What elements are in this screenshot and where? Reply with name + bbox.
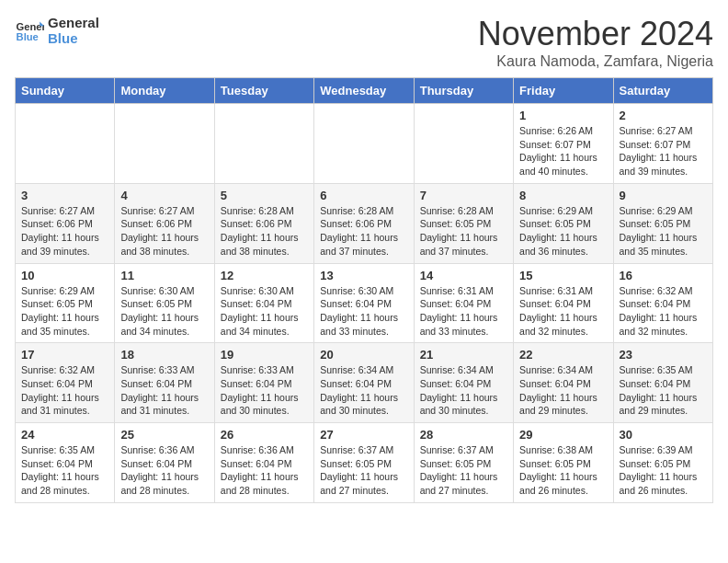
day-number: 8 [519, 189, 607, 202]
day-number: 1 [519, 109, 607, 122]
header-day-friday: Friday [514, 78, 613, 104]
day-info: Sunrise: 6:37 AMSunset: 6:05 PMDaylight:… [420, 443, 507, 498]
calendar-cell: 6Sunrise: 6:28 AMSunset: 6:06 PMDaylight… [314, 183, 414, 263]
day-info: Sunrise: 6:33 AMSunset: 6:04 PMDaylight:… [221, 363, 308, 418]
day-info: Sunrise: 6:27 AMSunset: 6:06 PMDaylight:… [120, 204, 208, 259]
header-row: SundayMondayTuesdayWednesdayThursdayFrid… [16, 78, 713, 104]
day-number: 18 [120, 348, 208, 362]
calendar-cell: 27Sunrise: 6:37 AMSunset: 6:05 PMDayligh… [314, 423, 414, 503]
day-info: Sunrise: 6:39 AMSunset: 6:05 PMDaylight:… [620, 443, 707, 498]
calendar-cell: 21Sunrise: 6:34 AMSunset: 6:04 PMDayligh… [414, 343, 513, 423]
calendar-cell: 14Sunrise: 6:31 AMSunset: 6:04 PMDayligh… [414, 263, 513, 343]
day-number: 10 [21, 269, 108, 282]
logo-general: General [48, 15, 99, 30]
day-number: 15 [519, 269, 607, 282]
calendar-cell: 5Sunrise: 6:28 AMSunset: 6:06 PMDaylight… [214, 183, 313, 263]
calendar-cell: 19Sunrise: 6:33 AMSunset: 6:04 PMDayligh… [214, 343, 313, 423]
day-info: Sunrise: 6:33 AMSunset: 6:04 PMDaylight:… [120, 363, 208, 418]
day-number: 26 [221, 428, 308, 442]
day-info: Sunrise: 6:32 AMSunset: 6:04 PMDaylight:… [620, 284, 707, 339]
day-number: 19 [221, 348, 308, 362]
calendar-cell: 10Sunrise: 6:29 AMSunset: 6:05 PMDayligh… [16, 263, 115, 343]
calendar-cell: 7Sunrise: 6:28 AMSunset: 6:05 PMDaylight… [414, 183, 513, 263]
title-block: November 2024 Kaura Namoda, Zamfara, Nig… [478, 15, 713, 70]
calendar-cell: 18Sunrise: 6:33 AMSunset: 6:04 PMDayligh… [115, 343, 214, 423]
day-info: Sunrise: 6:28 AMSunset: 6:06 PMDaylight:… [221, 204, 308, 259]
day-number: 16 [620, 269, 707, 282]
header-day-monday: Monday [115, 78, 214, 104]
day-number: 27 [320, 428, 407, 442]
calendar-cell: 28Sunrise: 6:37 AMSunset: 6:05 PMDayligh… [414, 423, 513, 503]
day-number: 12 [221, 269, 308, 282]
day-info: Sunrise: 6:35 AMSunset: 6:04 PMDaylight:… [21, 443, 108, 498]
day-number: 6 [320, 189, 407, 202]
calendar-cell: 17Sunrise: 6:32 AMSunset: 6:04 PMDayligh… [16, 343, 115, 423]
day-info: Sunrise: 6:31 AMSunset: 6:04 PMDaylight:… [519, 284, 607, 339]
svg-text:Blue: Blue [17, 31, 39, 42]
day-info: Sunrise: 6:34 AMSunset: 6:04 PMDaylight:… [420, 363, 507, 418]
calendar-cell: 29Sunrise: 6:38 AMSunset: 6:05 PMDayligh… [514, 423, 613, 503]
calendar-cell [16, 104, 115, 184]
day-info: Sunrise: 6:38 AMSunset: 6:05 PMDaylight:… [519, 443, 607, 498]
header-day-thursday: Thursday [414, 78, 513, 104]
calendar-subtitle: Kaura Namoda, Zamfara, Nigeria [478, 53, 713, 70]
day-number: 28 [420, 428, 507, 442]
calendar-cell: 15Sunrise: 6:31 AMSunset: 6:04 PMDayligh… [514, 263, 613, 343]
day-info: Sunrise: 6:37 AMSunset: 6:05 PMDaylight:… [320, 443, 407, 498]
day-info: Sunrise: 6:29 AMSunset: 6:05 PMDaylight:… [620, 204, 707, 259]
week-row-4: 17Sunrise: 6:32 AMSunset: 6:04 PMDayligh… [16, 343, 713, 423]
calendar-cell: 16Sunrise: 6:32 AMSunset: 6:04 PMDayligh… [613, 263, 712, 343]
calendar-cell: 23Sunrise: 6:35 AMSunset: 6:04 PMDayligh… [613, 343, 712, 423]
day-number: 4 [120, 189, 208, 202]
day-number: 3 [21, 189, 108, 202]
day-info: Sunrise: 6:28 AMSunset: 6:05 PMDaylight:… [420, 204, 507, 259]
day-info: Sunrise: 6:31 AMSunset: 6:04 PMDaylight:… [420, 284, 507, 339]
calendar-cell: 2Sunrise: 6:27 AMSunset: 6:07 PMDaylight… [613, 104, 712, 184]
calendar-cell: 22Sunrise: 6:34 AMSunset: 6:04 PMDayligh… [514, 343, 613, 423]
logo-icon: General Blue [15, 16, 44, 45]
calendar-cell: 26Sunrise: 6:36 AMSunset: 6:04 PMDayligh… [214, 423, 313, 503]
header-day-sunday: Sunday [16, 78, 115, 104]
week-row-5: 24Sunrise: 6:35 AMSunset: 6:04 PMDayligh… [16, 423, 713, 503]
calendar-header: SundayMondayTuesdayWednesdayThursdayFrid… [16, 78, 713, 104]
day-number: 22 [519, 348, 607, 362]
day-info: Sunrise: 6:29 AMSunset: 6:05 PMDaylight:… [519, 204, 607, 259]
calendar-cell [414, 104, 513, 184]
calendar-cell: 11Sunrise: 6:30 AMSunset: 6:05 PMDayligh… [115, 263, 214, 343]
calendar-cell: 13Sunrise: 6:30 AMSunset: 6:04 PMDayligh… [314, 263, 414, 343]
day-info: Sunrise: 6:28 AMSunset: 6:06 PMDaylight:… [320, 204, 407, 259]
week-row-3: 10Sunrise: 6:29 AMSunset: 6:05 PMDayligh… [16, 263, 713, 343]
week-row-2: 3Sunrise: 6:27 AMSunset: 6:06 PMDaylight… [16, 183, 713, 263]
day-info: Sunrise: 6:30 AMSunset: 6:05 PMDaylight:… [120, 284, 208, 339]
header-day-tuesday: Tuesday [214, 78, 313, 104]
calendar-cell: 20Sunrise: 6:34 AMSunset: 6:04 PMDayligh… [314, 343, 414, 423]
calendar-cell: 9Sunrise: 6:29 AMSunset: 6:05 PMDaylight… [613, 183, 712, 263]
day-number: 13 [320, 269, 407, 282]
calendar-cell [115, 104, 214, 184]
day-number: 7 [420, 189, 507, 202]
calendar-cell: 25Sunrise: 6:36 AMSunset: 6:04 PMDayligh… [115, 423, 214, 503]
calendar-cell: 8Sunrise: 6:29 AMSunset: 6:05 PMDaylight… [514, 183, 613, 263]
day-number: 2 [620, 109, 707, 122]
day-info: Sunrise: 6:34 AMSunset: 6:04 PMDaylight:… [320, 363, 407, 418]
day-number: 5 [221, 189, 308, 202]
calendar-cell: 4Sunrise: 6:27 AMSunset: 6:06 PMDaylight… [115, 183, 214, 263]
day-info: Sunrise: 6:30 AMSunset: 6:04 PMDaylight:… [320, 284, 407, 339]
calendar-body: 1Sunrise: 6:26 AMSunset: 6:07 PMDaylight… [16, 104, 713, 503]
day-info: Sunrise: 6:36 AMSunset: 6:04 PMDaylight:… [120, 443, 208, 498]
calendar-cell [314, 104, 414, 184]
day-info: Sunrise: 6:30 AMSunset: 6:04 PMDaylight:… [221, 284, 308, 339]
calendar-cell [214, 104, 313, 184]
day-number: 17 [21, 348, 108, 362]
week-row-1: 1Sunrise: 6:26 AMSunset: 6:07 PMDaylight… [16, 104, 713, 184]
page-header: General Blue General Blue November 2024 … [15, 15, 713, 70]
logo: General Blue General Blue [15, 15, 99, 46]
day-info: Sunrise: 6:36 AMSunset: 6:04 PMDaylight:… [221, 443, 308, 498]
day-info: Sunrise: 6:26 AMSunset: 6:07 PMDaylight:… [519, 124, 607, 178]
day-number: 14 [420, 269, 507, 282]
calendar-cell: 1Sunrise: 6:26 AMSunset: 6:07 PMDaylight… [514, 104, 613, 184]
day-info: Sunrise: 6:34 AMSunset: 6:04 PMDaylight:… [519, 363, 607, 418]
day-number: 21 [420, 348, 507, 362]
day-number: 30 [620, 428, 707, 442]
day-number: 20 [320, 348, 407, 362]
